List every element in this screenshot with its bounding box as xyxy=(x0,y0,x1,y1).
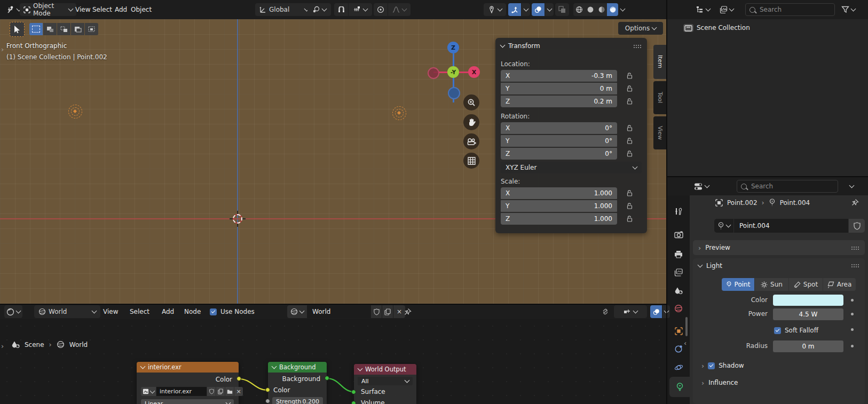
sidebar-tab-item[interactable]: Item xyxy=(653,45,667,79)
shading-dropdown[interactable] xyxy=(618,3,627,16)
output-target-dropdown[interactable]: All xyxy=(358,377,413,385)
snap-node-dropdown[interactable] xyxy=(614,305,647,318)
region-collapse-arrow[interactable]: › xyxy=(684,340,686,347)
sidebar-tab-view[interactable]: View xyxy=(653,116,667,149)
orientation-dropdown[interactable]: Global xyxy=(255,3,313,16)
interpolation-dropdown[interactable]: Linear xyxy=(141,399,234,404)
socket-color-input[interactable] xyxy=(265,387,270,392)
mode-dropdown[interactable]: Object Mode xyxy=(20,3,76,16)
proportional-edit-button[interactable] xyxy=(374,3,388,16)
location-x-field[interactable]: X-0.3 m xyxy=(501,70,617,82)
shading-material-button[interactable] xyxy=(596,3,607,16)
lock-rotation-x-icon[interactable] xyxy=(626,124,633,132)
node-world-output[interactable]: World Output All Surface Volume xyxy=(354,364,416,404)
lock-location-y-icon[interactable] xyxy=(626,85,633,92)
node-background[interactable]: Background Background Color Strength0.20… xyxy=(268,362,327,404)
world-fake-user-button[interactable] xyxy=(371,305,382,318)
shader-menu-select[interactable]: Select xyxy=(124,305,155,318)
image-browse-dropdown[interactable] xyxy=(141,387,156,396)
radius-field[interactable]: 0 m xyxy=(773,340,843,352)
light-type-sun[interactable]: Sun xyxy=(755,278,788,291)
editor-divider-right[interactable] xyxy=(667,176,868,177)
rotation-mode-dropdown[interactable]: XYZ Euler xyxy=(501,162,642,173)
snap-link-icon[interactable] xyxy=(601,307,610,316)
toolbar-expand-arrow[interactable]: › xyxy=(1,46,4,53)
soft-falloff-checkbox[interactable] xyxy=(774,327,781,334)
lock-rotation-y-icon[interactable] xyxy=(626,137,633,145)
socket-surface-input[interactable] xyxy=(351,390,356,394)
gizmo-dropdown[interactable] xyxy=(522,3,530,16)
lock-location-z-icon[interactable] xyxy=(626,98,633,105)
socket-volume-input[interactable] xyxy=(351,401,356,404)
image-name-field[interactable]: interior.exr xyxy=(156,387,207,396)
light-type-area[interactable]: Area xyxy=(823,278,856,291)
options-button[interactable]: Options xyxy=(618,22,663,35)
location-y-field[interactable]: Y0 m xyxy=(501,83,617,94)
shader-overlays-button[interactable] xyxy=(650,305,662,318)
animate-dot[interactable] xyxy=(851,313,854,315)
preview-panel-header[interactable]: › Preview xyxy=(693,240,865,255)
shadow-checkbox[interactable] xyxy=(708,362,715,369)
location-z-field[interactable]: Z0.2 m xyxy=(501,96,617,107)
panel-grip[interactable] xyxy=(633,44,642,48)
pin-icon[interactable] xyxy=(851,199,859,207)
gizmo-axis-x[interactable]: X xyxy=(468,66,480,78)
scale-y-field[interactable]: Y1.000 xyxy=(501,200,617,212)
fake-user-button[interactable] xyxy=(849,219,865,233)
select-subtract-button[interactable] xyxy=(57,23,70,35)
snap-toggle-button[interactable] xyxy=(334,3,348,16)
tab-render[interactable] xyxy=(668,226,689,243)
strength-field[interactable]: Strength0.200 xyxy=(272,397,323,404)
shading-rendered-button[interactable] xyxy=(607,3,618,16)
zoom-button[interactable] xyxy=(463,94,479,110)
outliner-search-input[interactable] xyxy=(759,5,831,14)
shader-menu-node[interactable]: Node xyxy=(178,305,207,318)
light-name-field[interactable]: Point.004 xyxy=(734,219,848,233)
lock-scale-z-icon[interactable] xyxy=(626,215,633,223)
image-copy-button[interactable] xyxy=(216,387,225,396)
point-light-001-glyph[interactable] xyxy=(68,105,82,118)
scale-z-field[interactable]: Z1.000 xyxy=(501,213,617,225)
properties-search-input[interactable] xyxy=(750,182,834,191)
proportional-falloff-dropdown[interactable] xyxy=(388,3,411,16)
shader-menu-view[interactable]: View xyxy=(97,305,124,318)
node-collapse-chevron[interactable] xyxy=(358,366,363,371)
outliner-row-scene-collection[interactable]: Scene Collection xyxy=(667,21,868,34)
lock-scale-y-icon[interactable] xyxy=(626,202,633,210)
image-fake-user-button[interactable] xyxy=(207,387,216,396)
panel-collapse-chevron[interactable] xyxy=(500,43,506,48)
tab-object-data-active[interactable] xyxy=(669,377,690,397)
world-datablock-dropdown[interactable] xyxy=(287,305,307,318)
gizmo-axis-z[interactable]: Z xyxy=(447,42,459,53)
lock-location-x-icon[interactable] xyxy=(626,72,633,80)
camera-view-button[interactable] xyxy=(463,133,479,149)
tab-tool[interactable] xyxy=(668,203,689,220)
use-nodes-checkbox[interactable] xyxy=(210,308,217,315)
point-light-002-glyph[interactable] xyxy=(392,106,406,120)
scale-x-field[interactable]: X1.000 xyxy=(501,187,617,199)
shader-node-area[interactable]: › Scene › World interior.exr Color xyxy=(0,319,667,404)
gizmo-axis-neg-x[interactable] xyxy=(428,67,439,79)
pivot-point-dropdown[interactable] xyxy=(307,3,331,16)
light-type-spot[interactable]: Spot xyxy=(789,278,823,291)
image-unlink-button[interactable]: × xyxy=(234,387,243,396)
properties-scrollbar[interactable] xyxy=(685,317,688,336)
tab-view-layer[interactable] xyxy=(668,264,689,281)
panel-grip[interactable] xyxy=(851,264,859,267)
node-collapse-chevron[interactable] xyxy=(140,364,146,369)
shader-menu-add[interactable]: Add xyxy=(156,305,180,318)
tab-physics[interactable] xyxy=(668,359,689,376)
light-color-swatch[interactable] xyxy=(773,295,843,306)
properties-search[interactable] xyxy=(737,180,838,193)
animate-dot[interactable] xyxy=(851,345,854,347)
rotation-z-field[interactable]: Z0° xyxy=(501,148,617,160)
socket-background-output[interactable] xyxy=(325,376,329,381)
editor-divider-vertical[interactable] xyxy=(666,0,667,404)
rotation-x-field[interactable]: X0° xyxy=(501,122,617,134)
shading-wireframe-button[interactable] xyxy=(573,3,585,16)
node-collapse-chevron[interactable] xyxy=(272,364,277,369)
lock-scale-x-icon[interactable] xyxy=(626,189,633,197)
node-image-texture[interactable]: interior.exr Color interior.exr xyxy=(137,362,239,404)
active-tool-button[interactable] xyxy=(10,22,25,37)
outliner-search[interactable] xyxy=(745,3,835,16)
